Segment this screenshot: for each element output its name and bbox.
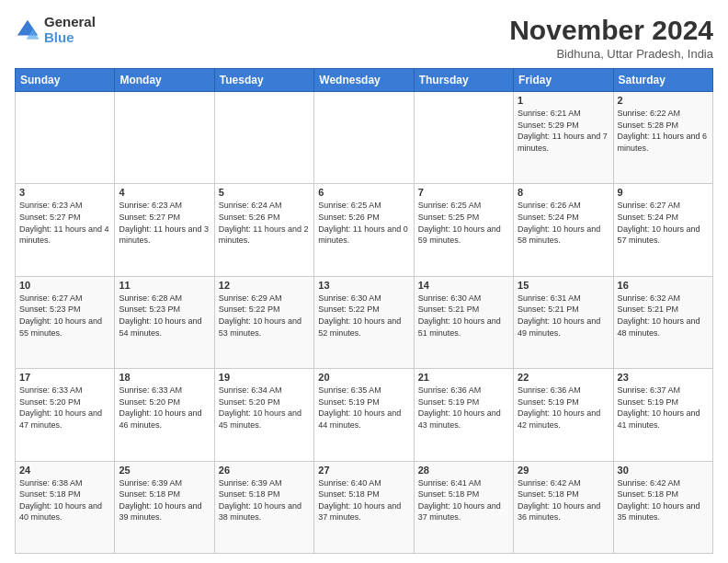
location: Bidhuna, Uttar Pradesh, India: [509, 47, 713, 61]
day-info: Sunrise: 6:36 AM Sunset: 5:19 PM Dayligh…: [418, 385, 509, 431]
day-number: 11: [119, 280, 210, 291]
day-info: Sunrise: 6:41 AM Sunset: 5:18 PM Dayligh…: [418, 477, 509, 523]
day-info: Sunrise: 6:24 AM Sunset: 5:26 PM Dayligh…: [219, 200, 310, 246]
day-number: 6: [318, 187, 409, 198]
day-info: Sunrise: 6:22 AM Sunset: 5:28 PM Dayligh…: [618, 108, 709, 154]
day-info: Sunrise: 6:23 AM Sunset: 5:27 PM Dayligh…: [19, 200, 110, 246]
day-cell: 9Sunrise: 6:27 AM Sunset: 5:24 PM Daylig…: [613, 184, 712, 276]
day-number: 25: [119, 465, 210, 476]
day-number: 4: [119, 187, 210, 198]
day-cell: 25Sunrise: 6:39 AM Sunset: 5:18 PM Dayli…: [115, 461, 214, 553]
day-info: Sunrise: 6:42 AM Sunset: 5:18 PM Dayligh…: [518, 477, 609, 523]
header: General Blue November 2024 Bidhuna, Utta…: [15, 15, 713, 61]
day-number: 3: [19, 187, 110, 198]
day-cell: 19Sunrise: 6:34 AM Sunset: 5:20 PM Dayli…: [214, 369, 313, 461]
day-number: 26: [219, 465, 310, 476]
day-number: 29: [518, 465, 609, 476]
logo-general-text: General: [44, 15, 96, 30]
day-number: 12: [219, 280, 310, 291]
day-number: 10: [19, 280, 110, 291]
calendar: Sunday Monday Tuesday Wednesday Thursday…: [15, 68, 713, 554]
day-number: 14: [418, 280, 509, 291]
day-number: 23: [618, 372, 709, 383]
day-info: Sunrise: 6:31 AM Sunset: 5:21 PM Dayligh…: [518, 293, 609, 339]
day-cell: 13Sunrise: 6:30 AM Sunset: 5:22 PM Dayli…: [314, 276, 414, 368]
logo-text: General Blue: [44, 15, 96, 45]
col-sunday: Sunday: [16, 69, 115, 92]
day-info: Sunrise: 6:27 AM Sunset: 5:24 PM Dayligh…: [618, 200, 709, 246]
col-monday: Monday: [115, 69, 214, 92]
day-info: Sunrise: 6:30 AM Sunset: 5:22 PM Dayligh…: [318, 293, 409, 339]
month-title: November 2024: [509, 15, 713, 45]
day-number: 24: [19, 465, 110, 476]
day-number: 19: [219, 372, 310, 383]
title-section: November 2024 Bidhuna, Uttar Pradesh, In…: [509, 15, 713, 61]
week-row-1: 1Sunrise: 6:21 AM Sunset: 5:29 PM Daylig…: [16, 92, 713, 184]
day-cell: 17Sunrise: 6:33 AM Sunset: 5:20 PM Dayli…: [16, 369, 115, 461]
day-info: Sunrise: 6:25 AM Sunset: 5:25 PM Dayligh…: [418, 200, 509, 246]
day-cell: 3Sunrise: 6:23 AM Sunset: 5:27 PM Daylig…: [16, 184, 115, 276]
day-cell: 23Sunrise: 6:37 AM Sunset: 5:19 PM Dayli…: [613, 369, 712, 461]
day-info: Sunrise: 6:33 AM Sunset: 5:20 PM Dayligh…: [19, 385, 110, 431]
day-info: Sunrise: 6:42 AM Sunset: 5:18 PM Dayligh…: [618, 477, 709, 523]
day-info: Sunrise: 6:35 AM Sunset: 5:19 PM Dayligh…: [318, 385, 409, 431]
day-info: Sunrise: 6:34 AM Sunset: 5:20 PM Dayligh…: [219, 385, 310, 431]
week-row-3: 10Sunrise: 6:27 AM Sunset: 5:23 PM Dayli…: [16, 276, 713, 368]
day-number: 18: [119, 372, 210, 383]
day-info: Sunrise: 6:30 AM Sunset: 5:21 PM Dayligh…: [418, 293, 509, 339]
day-cell: 20Sunrise: 6:35 AM Sunset: 5:19 PM Dayli…: [314, 369, 414, 461]
header-row: Sunday Monday Tuesday Wednesday Thursday…: [16, 69, 713, 92]
day-number: 5: [219, 187, 310, 198]
week-row-2: 3Sunrise: 6:23 AM Sunset: 5:27 PM Daylig…: [16, 184, 713, 276]
day-number: 2: [618, 95, 709, 106]
day-number: 16: [618, 280, 709, 291]
col-saturday: Saturday: [613, 69, 712, 92]
day-cell: 24Sunrise: 6:38 AM Sunset: 5:18 PM Dayli…: [16, 461, 115, 553]
day-cell: 10Sunrise: 6:27 AM Sunset: 5:23 PM Dayli…: [16, 276, 115, 368]
day-cell: 11Sunrise: 6:28 AM Sunset: 5:23 PM Dayli…: [115, 276, 214, 368]
day-number: 28: [418, 465, 509, 476]
day-cell: 1Sunrise: 6:21 AM Sunset: 5:29 PM Daylig…: [514, 92, 613, 184]
day-number: 1: [518, 95, 609, 106]
day-cell: 2Sunrise: 6:22 AM Sunset: 5:28 PM Daylig…: [613, 92, 712, 184]
day-number: 7: [418, 187, 509, 198]
day-number: 22: [518, 372, 609, 383]
day-cell: 6Sunrise: 6:25 AM Sunset: 5:26 PM Daylig…: [314, 184, 414, 276]
day-cell: 28Sunrise: 6:41 AM Sunset: 5:18 PM Dayli…: [414, 461, 513, 553]
col-tuesday: Tuesday: [214, 69, 313, 92]
day-cell: 4Sunrise: 6:23 AM Sunset: 5:27 PM Daylig…: [115, 184, 214, 276]
day-cell: 29Sunrise: 6:42 AM Sunset: 5:18 PM Dayli…: [514, 461, 613, 553]
day-number: 17: [19, 372, 110, 383]
day-number: 21: [418, 372, 509, 383]
day-cell: [314, 92, 414, 184]
week-row-4: 17Sunrise: 6:33 AM Sunset: 5:20 PM Dayli…: [16, 369, 713, 461]
day-cell: 21Sunrise: 6:36 AM Sunset: 5:19 PM Dayli…: [414, 369, 513, 461]
day-cell: 5Sunrise: 6:24 AM Sunset: 5:26 PM Daylig…: [214, 184, 313, 276]
day-info: Sunrise: 6:39 AM Sunset: 5:18 PM Dayligh…: [219, 477, 310, 523]
day-number: 27: [318, 465, 409, 476]
week-row-5: 24Sunrise: 6:38 AM Sunset: 5:18 PM Dayli…: [16, 461, 713, 553]
day-cell: [414, 92, 513, 184]
day-number: 13: [318, 280, 409, 291]
calendar-table: Sunday Monday Tuesday Wednesday Thursday…: [15, 68, 713, 554]
day-cell: [115, 92, 214, 184]
day-info: Sunrise: 6:38 AM Sunset: 5:18 PM Dayligh…: [19, 477, 110, 523]
day-number: 15: [518, 280, 609, 291]
col-friday: Friday: [514, 69, 613, 92]
logo-blue-text: Blue: [44, 30, 96, 46]
day-info: Sunrise: 6:36 AM Sunset: 5:19 PM Dayligh…: [518, 385, 609, 431]
logo-icon: [15, 17, 40, 43]
day-info: Sunrise: 6:37 AM Sunset: 5:19 PM Dayligh…: [618, 385, 709, 431]
day-info: Sunrise: 6:28 AM Sunset: 5:23 PM Dayligh…: [119, 293, 210, 339]
day-number: 20: [318, 372, 409, 383]
day-info: Sunrise: 6:26 AM Sunset: 5:24 PM Dayligh…: [518, 200, 609, 246]
day-info: Sunrise: 6:32 AM Sunset: 5:21 PM Dayligh…: [618, 293, 709, 339]
day-cell: 30Sunrise: 6:42 AM Sunset: 5:18 PM Dayli…: [613, 461, 712, 553]
day-cell: [214, 92, 313, 184]
day-cell: 12Sunrise: 6:29 AM Sunset: 5:22 PM Dayli…: [214, 276, 313, 368]
day-info: Sunrise: 6:25 AM Sunset: 5:26 PM Dayligh…: [318, 200, 409, 246]
day-cell: 26Sunrise: 6:39 AM Sunset: 5:18 PM Dayli…: [214, 461, 313, 553]
day-info: Sunrise: 6:33 AM Sunset: 5:20 PM Dayligh…: [119, 385, 210, 431]
day-info: Sunrise: 6:40 AM Sunset: 5:18 PM Dayligh…: [318, 477, 409, 523]
logo: General Blue: [15, 15, 96, 45]
